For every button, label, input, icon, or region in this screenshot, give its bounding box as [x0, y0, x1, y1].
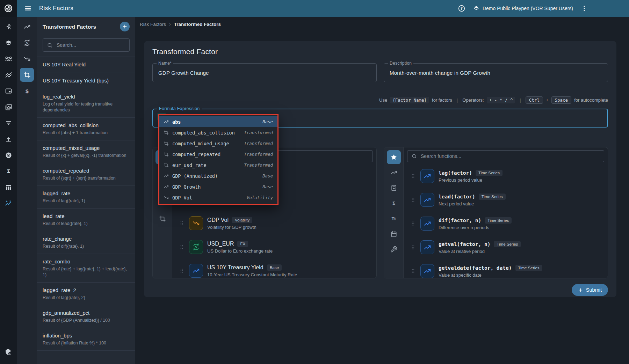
nav-double-trend-icon[interactable] [1, 68, 15, 82]
nav-picture-in-picture-icon[interactable] [1, 84, 15, 98]
workspace-selector[interactable]: Demo Public Playpen (VOR Super Users) [473, 5, 573, 12]
row-category-badge: Base [267, 264, 282, 271]
crop-transform-icon [164, 130, 169, 135]
hint-plus: + [546, 97, 549, 103]
function-row[interactable]: getval(factor, n)Time Series Value at re… [407, 235, 604, 259]
factor-search-input[interactable] [56, 42, 125, 48]
crop-transform-icon [164, 141, 169, 146]
category-wrench-icon[interactable] [387, 242, 401, 256]
trend-up-icon [424, 267, 431, 275]
breadcrumb-risk-factors[interactable]: Risk Factors [140, 22, 166, 27]
row-name: dif(factor, n)Time Series [439, 217, 512, 224]
drag-handle[interactable] [410, 173, 416, 179]
autocomplete-option[interactable]: abs Base [159, 116, 277, 127]
option-type: Base [262, 173, 273, 179]
factor-list-item[interactable]: rate_changeResult of dif({rate}, 1) [37, 231, 135, 254]
row-text: getvaldate(factor, date)Time Series Valu… [439, 265, 542, 278]
hamburger-icon [24, 5, 32, 12]
factor-list-item[interactable]: log_real_yieldLog of real yield for test… [37, 89, 135, 117]
hamburger-menu-button[interactable] [21, 1, 35, 15]
autocomplete-option[interactable]: GDP Growth Base [159, 181, 277, 192]
drag-handle[interactable] [179, 220, 185, 226]
autocomplete-option[interactable]: eur_usd_rate Transformed [159, 160, 277, 170]
row-name: getvaldate(factor, date)Time Series [439, 265, 542, 271]
drag-handle[interactable] [410, 244, 416, 250]
nav-runner-icon[interactable] [1, 20, 15, 34]
factor-list-item[interactable]: computed_mixed_usageResult of {x} + getv… [37, 140, 135, 163]
factor-description: Result of {abs} + 1 transformation [43, 130, 130, 136]
factor-list-item[interactable]: rate_comboResult of {rate} + lag({rate},… [37, 254, 135, 282]
nav-sparkline-icon[interactable] [1, 196, 15, 210]
nav-dollar-icon[interactable]: $ [20, 84, 34, 98]
drag-handle[interactable] [179, 268, 185, 274]
nav-upload-icon[interactable] [1, 132, 15, 146]
nav-graduation-cap-icon[interactable] [1, 36, 15, 50]
function-picker-search[interactable] [407, 150, 604, 162]
name-input[interactable] [153, 64, 376, 82]
factor-list-item[interactable]: gdp_annualized_pctResult of {GDP (Annual… [37, 305, 135, 328]
nav-sigma-icon[interactable]: Σ [1, 164, 15, 178]
category-crop-transform-icon[interactable] [156, 212, 169, 226]
nav-image-gallery-icon[interactable] [1, 100, 15, 114]
nav-waves-icon[interactable] [1, 52, 15, 66]
category-text-format-icon[interactable]: Tt [387, 212, 401, 226]
factor-row[interactable]: GDP VolVolatility Volatility for GDP gro… [176, 211, 373, 235]
factor-row[interactable]: $ USD_EURFX US Dollar to Euro exchange r… [176, 235, 373, 259]
factor-list-item[interactable]: US 10Y Real Yield [37, 57, 135, 73]
factor-list-item[interactable]: lead_rateResult of lead({rate}, 1) [37, 208, 135, 231]
crop-transform-icon [164, 141, 169, 146]
nav-crop-transform-icon[interactable] [20, 68, 34, 82]
category-calendar-icon[interactable] [387, 227, 401, 241]
row-description: 10-Year US Treasury Constant Maturity Ra… [207, 272, 297, 277]
svg-text:Σ: Σ [7, 168, 10, 174]
description-input[interactable] [384, 64, 608, 82]
add-factor-button[interactable] [120, 22, 130, 31]
category-star-icon[interactable] [387, 150, 401, 164]
category-trend-up-icon[interactable] [387, 166, 401, 180]
function-rows: lag(factor)Time Series Previous period v… [407, 164, 604, 278]
nav-currency-exchange-icon[interactable]: $ [20, 36, 34, 50]
drag-handle[interactable] [410, 268, 416, 274]
function-picker-search-input[interactable] [420, 153, 600, 159]
function-row[interactable]: lead(factor)Time Series Next period valu… [407, 188, 604, 212]
option-type: Transformed [244, 130, 273, 135]
nav-table-columns-icon[interactable] [1, 180, 15, 194]
autocomplete-option[interactable]: GDP Vol Volatility [159, 192, 277, 203]
trend-up-icon [164, 119, 169, 124]
topbar: Risk Factors ? Demo Public Playpen (VOR … [0, 0, 629, 17]
function-row[interactable]: lag(factor)Time Series Previous period v… [407, 164, 604, 188]
factor-name: lead_rate [43, 212, 130, 220]
submit-button[interactable]: Submit [572, 284, 608, 296]
factor-name: US 10Y Treasury Yield (bps) [43, 77, 130, 85]
nav-shield-user-icon[interactable] [1, 345, 15, 359]
nav-trend-up-icon[interactable] [20, 20, 34, 34]
overflow-menu-button[interactable] [581, 5, 588, 12]
nav-trend-down-icon[interactable] [20, 52, 34, 66]
factor-search[interactable] [43, 38, 130, 52]
factor-list-item[interactable]: US 10Y Treasury Yield (bps) [37, 73, 135, 89]
autocomplete-option[interactable]: computed_repeated Transformed [159, 149, 277, 160]
factor-list-item[interactable]: computed_abs_collisionResult of {abs} + … [37, 117, 135, 140]
category-sigma-icon[interactable]: Σ [387, 196, 401, 210]
category-calculator-icon[interactable] [387, 181, 401, 195]
trend-up-icon [424, 196, 431, 204]
factor-name: computed_abs_collision [43, 122, 130, 129]
factor-list-item[interactable]: lagged_rateResult of lag({rate}, 1) [37, 185, 135, 208]
function-row[interactable]: getvaldate(factor, date)Time Series Valu… [407, 259, 604, 278]
help-button[interactable]: ? [458, 5, 465, 12]
swirl-logo-icon [4, 4, 13, 13]
nav-filter-icon[interactable] [1, 116, 15, 130]
factor-list-item[interactable]: inflation_bpsResult of {Inflation Rate %… [37, 328, 135, 350]
function-row[interactable]: dif(factor, n)Time Series Difference ove… [407, 212, 604, 235]
autocomplete-option[interactable]: computed_abs_collision Transformed [159, 127, 277, 138]
autocomplete-option[interactable]: GDP (Annualized) Base [159, 170, 277, 181]
drag-handle[interactable] [179, 244, 185, 250]
drag-handle[interactable] [410, 220, 416, 227]
table-columns-icon [5, 184, 12, 191]
nav-gear-icon[interactable] [1, 148, 15, 162]
factor-list-item[interactable]: lagged_rate_2Result of lag({rate}, 2) [37, 282, 135, 305]
factor-list-item[interactable]: computed_repeatedResult of {sqrt} + {sqr… [37, 163, 135, 185]
autocomplete-option[interactable]: computed_mixed_usage Transformed [159, 138, 277, 149]
drag-handle[interactable] [410, 197, 416, 203]
factor-row[interactable]: US 10Y Treasury YieldBase 10-Year US Tre… [176, 259, 373, 278]
